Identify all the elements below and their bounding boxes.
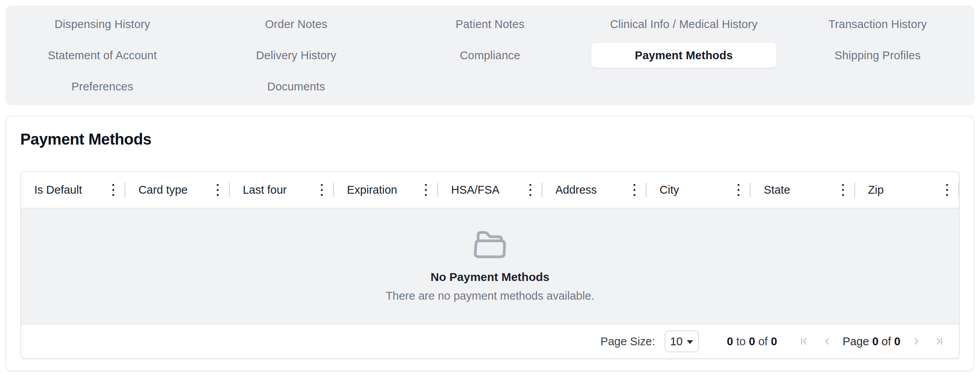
tab-documents[interactable]: Documents <box>203 74 389 99</box>
previous-page-button[interactable] <box>822 336 833 347</box>
open-folder-icon <box>472 230 508 259</box>
empty-state-message: There are no payment methods available. <box>386 290 594 302</box>
column-label: Card type <box>138 184 215 196</box>
tab-patient-notes[interactable]: Patient Notes <box>397 12 582 37</box>
column-label: Zip <box>868 184 945 196</box>
page-current: 0 <box>872 335 878 348</box>
tab-preferences[interactable]: Preferences <box>10 74 195 99</box>
patient-record-tab-strip: Dispensing History Order Notes Patient N… <box>5 5 975 105</box>
column-label: State <box>764 184 840 196</box>
column-label: Last four <box>243 184 319 196</box>
column-menu-icon[interactable] <box>111 182 116 198</box>
column-menu-icon[interactable] <box>528 182 533 198</box>
range-start: 0 <box>727 335 733 348</box>
range-total: 0 <box>771 335 777 348</box>
empty-state-title: No Payment Methods <box>430 270 549 284</box>
tab-shipping-profiles[interactable]: Shipping Profiles <box>785 43 970 68</box>
column-header-hsa-fsa: HSA/FSA <box>438 172 542 208</box>
column-menu-icon[interactable] <box>319 182 324 198</box>
column-label: City <box>660 184 736 196</box>
caret-down-icon <box>687 340 693 344</box>
column-header-address: Address <box>542 172 646 208</box>
column-label: Address <box>555 184 632 196</box>
tab-order-notes[interactable]: Order Notes <box>203 12 389 37</box>
tab-compliance[interactable]: Compliance <box>397 43 582 68</box>
column-menu-icon[interactable] <box>736 182 741 198</box>
payment-methods-table: Is Default Card type Last four Expiratio… <box>20 171 960 359</box>
page-size-label: Page Size: <box>600 335 655 348</box>
range-end: 0 <box>749 335 755 348</box>
payment-methods-panel: Payment Methods Is Default Card type Las… <box>5 116 975 371</box>
tab-payment-methods[interactable]: Payment Methods <box>591 43 777 68</box>
range-of-word: of <box>758 335 768 348</box>
column-menu-icon[interactable] <box>945 182 950 198</box>
tab-statement-of-account[interactable]: Statement of Account <box>10 43 195 68</box>
tab-clinical-info-medical-history[interactable]: Clinical Info / Medical History <box>591 12 777 37</box>
page-word: Page <box>843 335 869 348</box>
page-title: Payment Methods <box>20 130 960 148</box>
pagination-page-text: Page 0 of 0 <box>843 335 900 348</box>
page-size-value: 10 <box>670 335 683 348</box>
column-header-zip: Zip <box>855 172 959 208</box>
tab-transaction-history[interactable]: Transaction History <box>785 12 970 37</box>
empty-state: No Payment Methods There are no payment … <box>386 230 594 302</box>
last-page-button[interactable] <box>934 336 945 347</box>
first-page-button[interactable] <box>798 336 809 347</box>
column-header-expiration: Expiration <box>334 172 438 208</box>
column-menu-icon[interactable] <box>423 182 428 198</box>
table-header-row: Is Default Card type Last four Expiratio… <box>21 172 959 208</box>
column-label: Expiration <box>347 184 423 196</box>
table-body: No Payment Methods There are no payment … <box>21 208 959 324</box>
next-page-button[interactable] <box>911 336 922 347</box>
column-header-is-default: Is Default <box>21 172 125 208</box>
column-header-card-type: Card type <box>125 172 229 208</box>
tab-dispensing-history[interactable]: Dispensing History <box>10 12 195 37</box>
table-pagination-bar: Page Size: 10 0 to 0 of 0 Page 0 of 0 <box>21 324 959 358</box>
column-header-last-four: Last four <box>230 172 334 208</box>
column-label: HSA/FSA <box>451 184 527 196</box>
column-header-state: State <box>750 172 854 208</box>
page-total: 0 <box>894 335 900 348</box>
page-size-select[interactable]: 10 <box>665 330 699 352</box>
tab-delivery-history[interactable]: Delivery History <box>203 43 389 68</box>
column-header-city: City <box>646 172 750 208</box>
column-menu-icon[interactable] <box>215 182 220 198</box>
column-label: Is Default <box>34 184 111 196</box>
page-of-word: of <box>882 335 891 348</box>
pagination-range-text: 0 to 0 of 0 <box>727 335 777 348</box>
range-to-word: to <box>736 335 746 348</box>
column-menu-icon[interactable] <box>632 182 637 198</box>
column-menu-icon[interactable] <box>840 182 846 198</box>
